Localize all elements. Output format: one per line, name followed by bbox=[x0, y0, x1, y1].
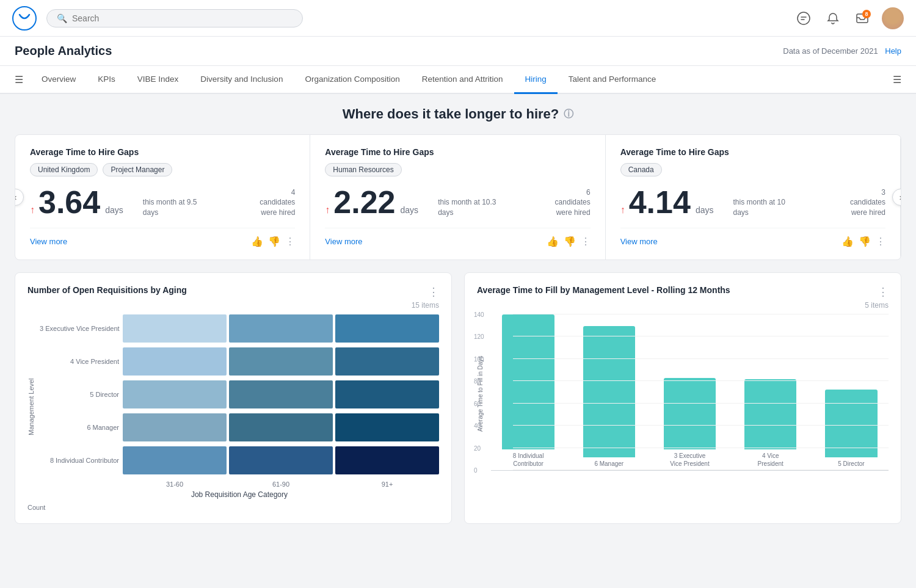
bar[interactable] bbox=[825, 390, 878, 457]
bar-x-label: 3 Executive Vice President bbox=[670, 452, 709, 468]
heatmap-x-title: Job Requisition Age Category bbox=[40, 490, 439, 499]
heatmap-cell[interactable] bbox=[335, 446, 439, 474]
heatmap-cell[interactable] bbox=[123, 380, 227, 408]
thumbs-down-icon[interactable]: 👎 bbox=[859, 236, 871, 247]
tab-org-composition[interactable]: Organization Composition bbox=[294, 66, 410, 94]
bar-group: 6 Manager bbox=[572, 314, 646, 468]
heatmap-cell[interactable] bbox=[335, 413, 439, 441]
heatmap-items: 15 items bbox=[27, 301, 439, 310]
heatmap-container: Management Level 3 Executive Vice Presid… bbox=[27, 314, 439, 499]
page-header: People Analytics Data as of December 202… bbox=[0, 37, 916, 66]
bar-chart-menu-icon[interactable]: ⋮ bbox=[878, 285, 889, 299]
heatmap-count: Count bbox=[27, 504, 439, 511]
nav-icons: 8 bbox=[794, 7, 904, 29]
heatmap-cell[interactable] bbox=[123, 347, 227, 376]
heatmap-cell[interactable] bbox=[123, 413, 227, 441]
bar-group: 3 Executive Vice President bbox=[652, 314, 727, 468]
user-avatar[interactable] bbox=[882, 7, 904, 29]
card-1-view-more[interactable]: View more bbox=[30, 237, 67, 246]
tab-diversity[interactable]: Diversity and Inclusion bbox=[189, 66, 294, 94]
hamburger-icon[interactable]: ☰ bbox=[7, 68, 31, 92]
logo[interactable] bbox=[12, 6, 37, 31]
more-options-icon[interactable]: ⋮ bbox=[876, 236, 885, 247]
heatmap-cell[interactable] bbox=[229, 347, 333, 376]
card-1-footer: View more 👍 👎 ⋮ bbox=[30, 228, 295, 247]
bar-chart-wrapper: Average Time to Fill in Days 14012010080… bbox=[477, 314, 889, 473]
bar[interactable] bbox=[664, 378, 716, 449]
heatmap-row: 8 Individual Contributor bbox=[40, 446, 439, 474]
search-icon: 🔍 bbox=[57, 13, 67, 23]
charts-row: Number of Open Requisitions by Aging ⋮ 1… bbox=[15, 272, 901, 524]
bar-chart-items: 5 items bbox=[477, 301, 889, 310]
heatmap-cell[interactable] bbox=[123, 446, 227, 474]
heatmap-cell[interactable] bbox=[229, 413, 333, 441]
search-input[interactable] bbox=[72, 13, 293, 23]
data-info: Data as of December 2021 Help bbox=[783, 46, 901, 56]
thumbs-up-icon[interactable]: 👍 bbox=[547, 236, 559, 247]
bar-group: 8 Individual Contributor bbox=[491, 314, 565, 468]
card-3-tags: Canada bbox=[620, 163, 885, 176]
tab-vibe-index[interactable]: VIBE Index bbox=[126, 66, 190, 94]
bar-x-label: 5 Director bbox=[838, 460, 864, 468]
hire-card-1: Average Time to Hire Gaps United Kingdom… bbox=[15, 135, 310, 260]
notifications-icon[interactable] bbox=[823, 9, 843, 28]
chat-icon[interactable] bbox=[794, 9, 813, 28]
search-bar[interactable]: 🔍 bbox=[46, 9, 303, 27]
bar[interactable] bbox=[583, 326, 636, 457]
tabs-bar: ☰ Overview KPIs VIBE Index Diversity and… bbox=[0, 66, 916, 94]
heatmap-menu-icon[interactable]: ⋮ bbox=[428, 285, 439, 299]
bar[interactable] bbox=[744, 379, 797, 449]
hire-cards-row: ‹ Average Time to Hire Gaps United Kingd… bbox=[15, 134, 901, 260]
bar-x-label: 6 Manager bbox=[594, 460, 623, 468]
more-options-icon[interactable]: ⋮ bbox=[581, 236, 591, 247]
bar-x-label: 4 Vice President bbox=[758, 452, 783, 468]
heatmap-cell[interactable] bbox=[335, 380, 439, 408]
heatmap-cell[interactable] bbox=[229, 314, 333, 343]
hire-card-3: Average Time to Hire Gaps Canada ↑ 4.14 … bbox=[606, 135, 901, 260]
card-2-view-more[interactable]: View more bbox=[325, 237, 362, 246]
bar-chart-area: 1401201008060402008 Individual Contribut… bbox=[491, 314, 889, 470]
heatmap-cell[interactable] bbox=[335, 314, 439, 343]
tabs-menu-icon[interactable]: ☰ bbox=[885, 68, 909, 91]
thumbs-up-icon[interactable]: 👍 bbox=[841, 236, 854, 247]
tab-talent[interactable]: Talent and Performance bbox=[558, 66, 667, 94]
card-2-metric: ↑ 2.22 days this month at 10.3 days 6 ca… bbox=[325, 186, 590, 218]
heatmap-panel: Number of Open Requisitions by Aging ⋮ 1… bbox=[15, 272, 452, 524]
help-link[interactable]: Help bbox=[885, 46, 901, 56]
tab-overview[interactable]: Overview bbox=[31, 66, 87, 94]
section-info-icon[interactable]: ⓘ bbox=[564, 108, 573, 121]
thumbs-up-icon[interactable]: 👍 bbox=[251, 236, 263, 247]
trend-up-icon: ↑ bbox=[620, 205, 625, 216]
thumbs-down-icon[interactable]: 👎 bbox=[268, 236, 280, 247]
heatmap-title: Number of Open Requisitions by Aging bbox=[27, 285, 187, 295]
heatmap-row: 6 Manager bbox=[40, 413, 439, 441]
bar[interactable] bbox=[502, 314, 554, 449]
top-nav: 🔍 8 bbox=[0, 0, 916, 37]
page-title: People Analytics bbox=[15, 44, 112, 58]
bar-group: 5 Director bbox=[814, 314, 889, 468]
main-content: Where does it take longer to hire? ⓘ ‹ A… bbox=[0, 94, 916, 536]
heatmap-cell[interactable] bbox=[229, 380, 333, 408]
inbox-icon[interactable]: 8 bbox=[852, 9, 872, 28]
more-options-icon[interactable]: ⋮ bbox=[285, 236, 295, 247]
tab-kpis[interactable]: KPIs bbox=[87, 66, 126, 94]
card-2-footer: View more 👍 👎 ⋮ bbox=[325, 228, 590, 247]
heatmap-x-labels: 31-6061-9091+ bbox=[123, 481, 439, 488]
card-1-tags: United Kingdom Project Manager bbox=[30, 163, 295, 176]
svg-point-0 bbox=[798, 12, 810, 24]
heatmap-row: 5 Director bbox=[40, 380, 439, 408]
heatmap-cell[interactable] bbox=[123, 314, 227, 343]
heatmap-cell[interactable] bbox=[229, 446, 333, 474]
tab-retention[interactable]: Retention and Attrition bbox=[411, 66, 514, 94]
heatmap-row: 4 Vice President bbox=[40, 347, 439, 376]
card-3-metric: ↑ 4.14 days this month at 10 days 3 cand… bbox=[620, 186, 885, 218]
hire-card-2: Average Time to Hire Gaps Human Resource… bbox=[310, 135, 605, 260]
card-3-footer: View more 👍 👎 ⋮ bbox=[620, 228, 885, 247]
card-2-tags: Human Resources bbox=[325, 163, 590, 176]
trend-up-icon: ↑ bbox=[325, 205, 330, 216]
trend-up-icon: ↑ bbox=[30, 205, 35, 216]
thumbs-down-icon[interactable]: 👎 bbox=[564, 236, 576, 247]
heatmap-cell[interactable] bbox=[335, 347, 439, 376]
card-3-view-more[interactable]: View more bbox=[620, 237, 658, 246]
tab-hiring[interactable]: Hiring bbox=[514, 66, 558, 94]
